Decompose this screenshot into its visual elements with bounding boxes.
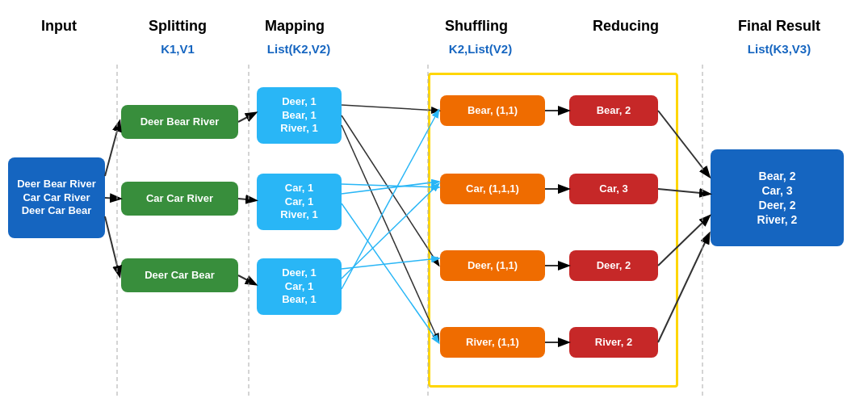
mapping-box-2: Car, 1 Car, 1 River, 1 (257, 174, 342, 230)
mapping-box-3: Deer, 1 Car, 1 Bear, 1 (257, 258, 342, 315)
shuffling-box-1: Bear, (1,1) (440, 95, 545, 126)
svg-line-6 (342, 105, 438, 111)
reducing-box-2: Car, 3 (569, 174, 658, 204)
reducing-box-3: Deer, 2 (569, 250, 658, 281)
mapping-box-1: Deer, 1 Bear, 1 River, 1 (257, 87, 342, 144)
input-box: Deer Bear River Car Car River Deer Car B… (8, 157, 105, 238)
svg-line-20 (658, 189, 709, 194)
header-input: Input (15, 18, 103, 35)
svg-line-19 (658, 111, 709, 176)
svg-line-0 (105, 122, 120, 176)
diagram: Input Splitting Mapping Shuffling Reduci… (0, 0, 868, 415)
sub-header-mapping: List(K2,V2) (250, 42, 347, 56)
svg-line-22 (658, 234, 709, 342)
svg-line-13 (342, 184, 438, 279)
svg-line-5 (238, 275, 255, 284)
result-box: Bear, 2 Car, 3 Deer, 2 River, 2 (711, 149, 844, 246)
svg-line-2 (105, 216, 120, 275)
sub-header-splitting: K1,V1 (125, 42, 230, 56)
svg-line-11 (342, 203, 438, 342)
svg-line-10 (342, 182, 438, 194)
svg-line-9 (342, 184, 438, 187)
splitting-box-3: Deer Car Bear (121, 258, 238, 292)
svg-line-4 (238, 199, 255, 200)
svg-line-7 (342, 115, 438, 265)
splitting-box-2: Car Car River (121, 182, 238, 216)
svg-line-1 (105, 198, 120, 199)
shuffling-box-3: Deer, (1,1) (440, 250, 545, 281)
header-reducing: Reducing (581, 18, 670, 35)
splitting-box-1: Deer Bear River (121, 105, 238, 139)
reducing-box-4: River, 2 (569, 327, 658, 358)
header-mapping: Mapping (250, 18, 339, 35)
svg-line-14 (342, 111, 438, 289)
svg-line-21 (658, 216, 709, 266)
header-final-result: Final Result (719, 18, 840, 35)
shuffling-box-4: River, (1,1) (440, 327, 545, 358)
header-shuffling: Shuffling (432, 18, 521, 35)
sub-header-shuffling: K2,List(V2) (432, 42, 529, 56)
header-splitting: Splitting (125, 18, 230, 35)
reducing-box-1: Bear, 2 (569, 95, 658, 126)
sub-header-final-result: List(K3,V3) (719, 42, 840, 56)
svg-line-3 (238, 113, 255, 122)
shuffling-box-2: Car, (1,1,1) (440, 174, 545, 204)
svg-line-12 (342, 258, 438, 269)
svg-line-8 (342, 125, 438, 341)
